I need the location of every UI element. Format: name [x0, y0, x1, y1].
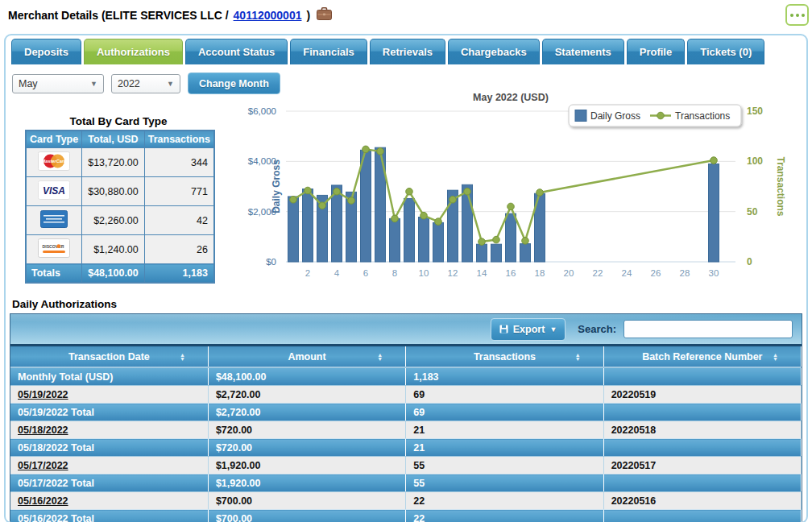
transactions-point[interactable]: [508, 203, 515, 210]
transactions-point[interactable]: [420, 212, 428, 219]
transactions-point[interactable]: [334, 188, 341, 195]
transactions-point[interactable]: [348, 197, 355, 205]
transactions-point[interactable]: [450, 196, 457, 203]
legend-bar-swatch: [575, 110, 586, 122]
transactions-point[interactable]: [536, 189, 544, 197]
daily-gross-bar[interactable]: [506, 213, 516, 262]
sort-icon[interactable]: ▲▼: [773, 353, 778, 361]
daily-gross-bar[interactable]: [390, 218, 400, 262]
card-type-table: Card Type Total, USD Transactions Master…: [25, 130, 215, 284]
cell-transaction-date: 05/19/2022: [10, 386, 208, 404]
left-axis-tick: $0: [266, 257, 276, 267]
chevron-down-icon: ▼: [167, 80, 174, 88]
page-title-prefix: Merchant Details (ELITE SERVICES LLC /: [8, 9, 229, 22]
total-usd-header[interactable]: Total, USD: [82, 130, 145, 148]
merchant-details-panel: DepositsAuthorizationsAccount StatusFina…: [4, 34, 808, 522]
transactions-point[interactable]: [406, 188, 413, 195]
transactions-point[interactable]: [319, 202, 326, 209]
search-input[interactable]: [624, 320, 793, 338]
transactions-point[interactable]: [290, 196, 297, 203]
transaction-date-link[interactable]: 05/16/2022: [18, 495, 68, 507]
column-header-amount[interactable]: Amount▲▼: [208, 346, 405, 368]
cell-transaction-date: Monthly Total (USD): [10, 367, 208, 386]
transactions-point[interactable]: [304, 187, 312, 194]
daily-gross-bar[interactable]: [477, 244, 487, 262]
sort-icon[interactable]: ▲▼: [180, 353, 185, 361]
cell-batch-reference: [603, 404, 801, 421]
daily-gross-bar[interactable]: [520, 244, 531, 262]
cell-transaction-date: 05/17/2022: [10, 457, 208, 474]
transactions-point[interactable]: [522, 238, 529, 245]
tab-chargebacks[interactable]: Chargebacks: [448, 39, 540, 64]
x-axis-tick: 10: [419, 268, 429, 278]
more-options-button[interactable]: [785, 4, 809, 26]
sort-icon[interactable]: ▲▼: [377, 353, 383, 361]
tab-authorizations[interactable]: Authorizations: [84, 39, 183, 64]
tab-deposits[interactable]: Deposits: [11, 39, 81, 64]
daily-gross-bar[interactable]: [303, 189, 313, 262]
transaction-date-link[interactable]: 05/18/2022: [18, 425, 68, 436]
daily-gross-bar[interactable]: [433, 222, 444, 262]
card-total-usd: $1,240.00: [82, 235, 145, 264]
card-type-header-row: Card Type Total, USD Transactions: [26, 130, 214, 148]
tab-profile[interactable]: Profile: [627, 39, 685, 64]
svg-text:VISA: VISA: [43, 185, 65, 197]
tab-tickets-0[interactable]: Tickets (0): [687, 39, 764, 64]
transactions-point[interactable]: [493, 236, 500, 243]
daily-gross-bar[interactable]: [404, 198, 415, 262]
transactions-point[interactable]: [392, 215, 399, 222]
column-header-batch-reference-number[interactable]: Batch Reference Number▲▼: [603, 346, 801, 368]
save-icon: [499, 325, 508, 334]
transactions-point[interactable]: [478, 238, 486, 246]
x-axis-tick: 28: [680, 268, 690, 278]
transactions-header[interactable]: Transactions: [144, 130, 214, 148]
search-label: Search:: [578, 323, 616, 335]
cell-transactions: 55: [406, 457, 603, 474]
totals-transactions: 1,183: [144, 264, 214, 284]
month-select[interactable]: May ▼: [12, 74, 104, 93]
daily-gross-bar[interactable]: [491, 244, 502, 262]
transactions-point[interactable]: [377, 148, 384, 155]
transactions-point[interactable]: [710, 157, 718, 164]
daily-gross-bar[interactable]: [462, 184, 473, 262]
daily-gross-bar[interactable]: [332, 185, 342, 262]
sort-icon[interactable]: ▲▼: [575, 353, 581, 361]
tab-account-status[interactable]: Account Status: [185, 39, 288, 64]
left-axis-tick: $6,000: [248, 106, 276, 116]
tab-financials[interactable]: Financials: [290, 39, 367, 64]
year-select[interactable]: 2022 ▼: [111, 74, 180, 93]
page-title: Merchant Details (ELITE SERVICES LLC / 4…: [8, 7, 332, 23]
cell-amount: $1,920.00: [208, 474, 405, 492]
card-type-header[interactable]: Card Type: [26, 130, 82, 148]
visa-logo: VISA: [26, 177, 82, 206]
column-header-transaction-date[interactable]: Transaction Date▲▼: [10, 346, 208, 368]
dot-icon: [790, 14, 793, 17]
cell-transactions: 55: [406, 474, 603, 492]
column-header-transactions[interactable]: Transactions▲▼: [406, 346, 603, 368]
transactions-point[interactable]: [362, 146, 370, 153]
daily-gross-bar[interactable]: [361, 150, 371, 262]
total-row: 05/19/2022 Total$2,720.0069: [10, 404, 802, 421]
card-type-table-title: Total By Card Type: [25, 115, 212, 127]
daily-gross-bar[interactable]: [419, 218, 429, 262]
tab-statements[interactable]: Statements: [542, 39, 624, 64]
daily-gross-bar[interactable]: [288, 197, 299, 262]
table-row: 05/18/2022$720.002120220518: [10, 421, 802, 439]
cell-transactions: 22: [406, 492, 603, 510]
right-axis-tick: 0: [747, 256, 752, 267]
auth-table-header-row: Transaction Date▲▼Amount▲▼Transactions▲▼…: [10, 346, 802, 368]
transactions-point[interactable]: [464, 188, 471, 195]
daily-gross-bar[interactable]: [709, 164, 719, 262]
tab-retrievals[interactable]: Retrievals: [370, 39, 445, 64]
export-button[interactable]: Export ▼: [491, 318, 566, 341]
year-select-value: 2022: [118, 78, 140, 89]
transactions-point[interactable]: [435, 218, 442, 226]
transaction-date-link[interactable]: 05/19/2022: [18, 389, 68, 400]
amex-logo: [26, 206, 82, 235]
transaction-date-link[interactable]: 05/17/2022: [18, 460, 68, 471]
merchant-id-link[interactable]: 40112000001: [234, 9, 302, 22]
x-axis-tick: 22: [593, 268, 603, 278]
dot-icon: [802, 14, 805, 17]
column-header-label: Amount: [288, 351, 325, 362]
legend-label-daily-gross: Daily Gross: [590, 110, 640, 122]
